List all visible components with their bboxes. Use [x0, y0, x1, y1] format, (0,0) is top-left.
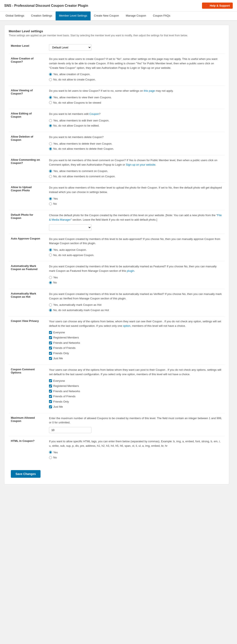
main-content: Member Level settings These settings are… — [0, 20, 234, 488]
radio-upload-photo-yes[interactable]: Yes — [49, 196, 223, 201]
row-allow-deletion: Allow Deletion of Coupon Do you want to … — [9, 132, 225, 155]
signup-link[interactable]: Sign-up on your website — [126, 163, 155, 166]
checkbox-privacy-everyone[interactable]: Everyone — [49, 330, 223, 335]
radio-allow-creation-yes[interactable]: Yes, allow creation of Coupon. — [49, 72, 223, 76]
this-page-link[interactable]: this page — [144, 89, 155, 92]
desc-max-coupons: Enter the maximum number of allowed Coup… — [49, 416, 223, 425]
desc-allow-creation: Do you want to allow users to create Cou… — [49, 57, 223, 70]
row-auto-hot: Automatically Mark Coupon as Hot Do you … — [9, 289, 225, 316]
nav-tabs: Global Settings Creation Settings Member… — [0, 12, 237, 20]
radio-allow-viewing-no[interactable]: No, do not allow Coupons to be viewed — [49, 101, 223, 105]
label-default-photo: Default Photo for Coupon — [9, 210, 47, 234]
desc-auto-approve: Do you want Coupon created by members of… — [49, 237, 223, 246]
save-changes-button[interactable]: Save Changes — [11, 470, 40, 478]
cell-allow-commenting: Do you want to let members of this level… — [47, 155, 225, 182]
radio-allow-deletion-yes[interactable]: Yes, allow members to delete their own C… — [49, 142, 223, 146]
desc-default-photo: Choose the default photo for the Coupon … — [49, 213, 223, 222]
cell-member-level: Default Level — [47, 41, 225, 54]
label-view-privacy: Coupon View Privacy — [9, 316, 47, 365]
label-auto-hot: Automatically Mark Coupon as Hot — [9, 289, 47, 316]
radio-upload-photo-no[interactable]: No — [49, 202, 223, 206]
max-coupons-input[interactable] — [49, 427, 91, 433]
label-allow-editing: Allow Editing of Coupon — [9, 109, 47, 132]
cell-allow-viewing: Do you want to let users to view Coupon?… — [47, 86, 225, 109]
cell-auto-approve: Do you want Coupon created by members of… — [47, 234, 225, 262]
label-allow-viewing: Allow Viewing of Coupon? — [9, 86, 47, 109]
tab-coupon-faqs[interactable]: Coupon FAQs — [150, 12, 174, 20]
radio-auto-featured-yes[interactable]: Yes — [49, 276, 223, 280]
radio-auto-hot-yes[interactable]: Yes, automatically mark Coupon as Hot — [49, 303, 223, 307]
radio-html-yes[interactable]: Yes — [49, 450, 223, 454]
desc-view-privacy: Your users can choose any of the options… — [49, 319, 223, 328]
radio-allow-commenting-no[interactable]: No, do not allow members to comment on C… — [49, 174, 223, 178]
cell-auto-featured: Do you want Coupon created by members of… — [47, 262, 225, 289]
radio-allow-commenting-yes[interactable]: Yes, allow members to comment on Coupon. — [49, 169, 223, 173]
row-allow-editing: Allow Editing of Coupon Do you want to l… — [9, 109, 225, 132]
radio-auto-approve-yes[interactable]: Yes, auto-approve Coupon. — [49, 248, 223, 252]
tab-create-new-coupon[interactable]: Create New Coupon — [91, 12, 122, 20]
checkbox-comment-friends-only[interactable]: Friends Only — [49, 400, 223, 404]
desc-allow-upload-photo: Do you want to allow members of this mem… — [49, 186, 223, 194]
desc-allow-deletion: Do you want to let members delete Coupon… — [49, 135, 223, 140]
tab-member-level-settings[interactable]: Member Level Settings — [56, 12, 91, 20]
label-allow-upload-photo: Allow to Upload Coupon Photo — [9, 182, 47, 210]
label-comment-options: Coupon Comment Options — [9, 364, 47, 413]
label-allow-commenting: Allow Commenting on Coupon? — [9, 155, 47, 182]
cell-allow-editing: Do you want to let members edit Coupon? … — [47, 109, 225, 132]
desc-allow-commenting: Do you want to let members of this level… — [49, 158, 223, 167]
row-allow-viewing: Allow Viewing of Coupon? Do you want to … — [9, 86, 225, 109]
row-html-in-coupon: HTML in Coupon? If you want to allow spe… — [9, 436, 225, 464]
cell-allow-creation: Do you want to allow users to create Cou… — [47, 54, 225, 86]
tab-creation-settings[interactable]: Creation Settings — [27, 12, 56, 20]
checkbox-privacy-just-me[interactable]: Just Me — [49, 356, 223, 360]
checkbox-comment-just-me[interactable]: Just Me — [49, 405, 223, 409]
label-allow-deletion: Allow Deletion of Coupon — [9, 132, 47, 155]
row-comment-options: Coupon Comment Options Your users can ch… — [9, 364, 225, 413]
radio-html-no[interactable]: No — [49, 456, 223, 460]
cell-default-photo: Choose the default photo for the Coupon … — [47, 210, 225, 234]
cell-view-privacy: Your users can choose any of the options… — [47, 316, 225, 365]
row-allow-upload-photo: Allow to Upload Coupon Photo Do you want… — [9, 182, 225, 210]
page-title: Member Level settings — [9, 29, 225, 33]
checkbox-privacy-friends-only[interactable]: Friends Only — [49, 351, 223, 356]
radio-auto-approve-no[interactable]: No, do not auto-approve Coupon. — [49, 253, 223, 257]
checkbox-comment-registered[interactable]: Registered Members — [49, 384, 223, 388]
row-max-coupons: Maximum Allowed Coupon Enter the maximum… — [9, 413, 225, 436]
settings-card: Member Level settings These settings are… — [4, 25, 229, 484]
save-btn-container: Save Changes — [9, 464, 225, 480]
row-allow-creation: Allow Creation of Coupon? Do you want to… — [9, 54, 225, 86]
cell-comment-options: Your users can choose any of the options… — [47, 364, 225, 413]
checkbox-comment-friends-networks[interactable]: Friends and Networks — [49, 389, 223, 394]
radio-auto-featured-no[interactable]: No — [49, 280, 223, 285]
checkbox-privacy-friends-networks[interactable]: Friends and Networks — [49, 341, 223, 345]
tab-global-settings[interactable]: Global Settings — [2, 12, 27, 20]
label-max-coupons: Maximum Allowed Coupon — [9, 413, 47, 436]
radio-allow-editing-yes[interactable]: Yes, allow members to edit their own Cou… — [49, 118, 223, 123]
member-level-select[interactable]: Default Level — [49, 44, 91, 51]
help-support-button[interactable]: ❓ Help & Support — [202, 2, 233, 9]
file-manager-link[interactable]: File & Media Manager — [49, 214, 222, 221]
default-photo-select[interactable] — [49, 224, 91, 231]
desc-auto-featured: Do you want Coupon created by members of… — [49, 264, 223, 273]
app-header: SNS - Professional Discount Coupon Creat… — [0, 0, 237, 12]
row-view-privacy: Coupon View Privacy Your users can choos… — [9, 316, 225, 365]
radio-allow-deletion-no[interactable]: No, do not allow members to delete their… — [49, 147, 223, 151]
help-icon: ❓ — [205, 4, 208, 7]
tab-manage-coupon[interactable]: Manage Coupon — [122, 12, 150, 20]
radio-allow-creation-no[interactable]: No, do not allow to create Coupon. — [49, 78, 223, 82]
page-subtitle: These settings are applied as per member… — [9, 34, 225, 37]
radio-allow-editing-no[interactable]: No, do not allow Coupon to be edited. — [49, 124, 223, 128]
radio-allow-viewing-yes[interactable]: Yes, allow members to view their own Cou… — [49, 95, 223, 100]
checkbox-comment-friends-of-friends[interactable]: Friends of Friends — [49, 394, 223, 398]
option-link-privacy[interactable]: option — [123, 324, 130, 328]
checkbox-privacy-registered[interactable]: Registered Members — [49, 336, 223, 340]
label-member-level: Member Level — [9, 41, 47, 54]
cell-allow-deletion: Do you want to let members delete Coupon… — [47, 132, 225, 155]
radio-auto-hot-no[interactable]: No, do not automatically mark Coupon as … — [49, 308, 223, 312]
desc-comment-options: Your users can choose any of the options… — [49, 368, 223, 377]
checkbox-comment-everyone[interactable]: Everyone — [49, 379, 223, 383]
checkbox-privacy-friends-of-friends[interactable]: Friends of Friends — [49, 346, 223, 350]
coupon-link-editing[interactable]: Coupon — [89, 112, 99, 116]
plugin-link-featured[interactable]: plugin — [127, 269, 134, 272]
cell-auto-hot: Do you want Coupon created by members of… — [47, 289, 225, 316]
